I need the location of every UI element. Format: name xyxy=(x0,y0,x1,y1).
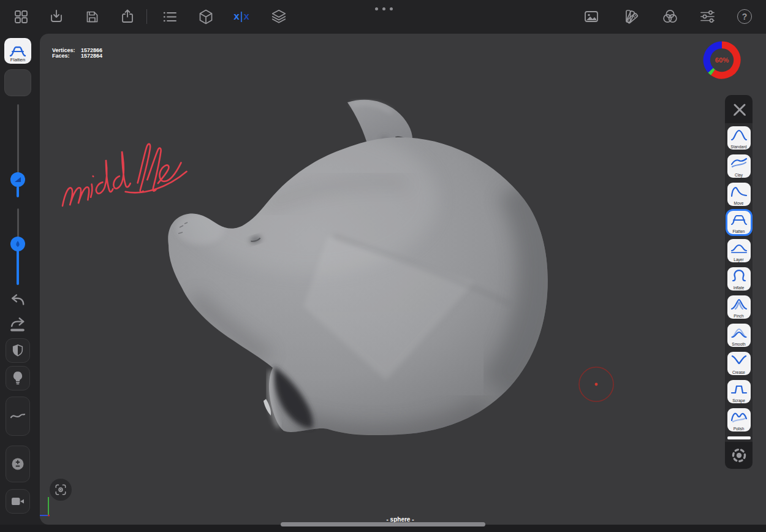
active-tool-label: Flatten xyxy=(10,58,25,63)
brush-clay-icon xyxy=(730,156,748,170)
shield-icon xyxy=(11,343,25,358)
scene-cube-button[interactable] xyxy=(197,7,215,26)
symmetry-icon: x|x xyxy=(233,10,249,23)
layers-button[interactable] xyxy=(270,7,288,26)
masking-button[interactable] xyxy=(6,338,30,363)
progress-percent-label: 60% xyxy=(715,56,729,64)
donut-segment-green xyxy=(711,70,713,72)
dashed-target-icon xyxy=(730,447,748,464)
layers-icon xyxy=(270,8,287,25)
apps-grid-icon xyxy=(13,9,28,24)
brush-inflate[interactable]: Inflate xyxy=(727,267,751,291)
undo-button[interactable] xyxy=(10,293,26,308)
brush-pinch-icon xyxy=(730,297,748,311)
export-button[interactable] xyxy=(118,7,137,26)
brush-pinch[interactable]: Pinch xyxy=(727,295,751,319)
help-button[interactable]: ? xyxy=(735,7,754,26)
stroke-wave-icon xyxy=(9,412,26,420)
apps-grid-button[interactable] xyxy=(12,7,30,26)
help-glyph: ? xyxy=(742,12,748,21)
brush-layer[interactable]: Layer xyxy=(727,239,751,262)
more-options-button[interactable] xyxy=(374,0,393,17)
lighting-button[interactable] xyxy=(6,366,30,390)
symmetry-left-label: x xyxy=(233,10,239,23)
material-swatch[interactable] xyxy=(4,69,31,96)
active-tool-chip[interactable]: Flatten xyxy=(4,38,31,64)
radius-slider-knob[interactable] xyxy=(10,172,25,187)
brush-flatten-icon xyxy=(730,212,748,227)
brush-label: Pinch xyxy=(734,314,743,318)
objects-list-icon xyxy=(162,9,178,25)
save-icon xyxy=(85,9,100,25)
settings-button[interactable] xyxy=(698,7,716,26)
intensity-drop-icon xyxy=(13,240,22,248)
materials-button[interactable] xyxy=(622,7,640,26)
redo-icon xyxy=(9,316,27,333)
brush-next-partial[interactable] xyxy=(727,436,751,439)
import-button[interactable] xyxy=(47,7,66,26)
scene-cube-icon xyxy=(198,9,214,25)
brush-smooth[interactable]: Smooth xyxy=(727,324,751,347)
export-icon xyxy=(119,9,135,25)
dynamic-topology-button[interactable] xyxy=(729,446,749,465)
plus-minus-icon xyxy=(10,457,25,471)
brush-panel-footer xyxy=(725,442,753,469)
brush-crease-icon xyxy=(730,353,748,368)
top-toolbar: x|x ? xyxy=(0,0,766,34)
record-turntable-button[interactable] xyxy=(6,489,30,514)
scribble-path xyxy=(51,111,211,226)
undo-icon xyxy=(10,293,26,308)
more-ellipsis-icon xyxy=(375,7,393,10)
flatten-curve-icon xyxy=(9,44,27,58)
brush-panel-header[interactable] xyxy=(725,95,753,123)
brush-label: Scrape xyxy=(732,398,745,403)
brush-label: Crease xyxy=(732,370,745,374)
radius-ramp-icon xyxy=(13,175,22,184)
brush-crease[interactable]: Crease xyxy=(727,352,751,375)
blend-circles-icon xyxy=(662,9,678,25)
brush-scrape[interactable]: Scrape xyxy=(727,380,751,403)
help-icon: ? xyxy=(737,9,752,24)
brush-move[interactable]: Move xyxy=(727,183,751,206)
brush-layer-icon xyxy=(730,240,748,255)
brush-clay[interactable]: Clay xyxy=(727,154,751,178)
annotation-scribble: middle xyxy=(51,111,211,226)
brush-flatten[interactable]: Flatten xyxy=(727,211,751,234)
brush-polish-icon xyxy=(730,409,748,424)
gallery-button[interactable] xyxy=(582,7,601,26)
brush-panel: Standard Clay Move Flatten Layer Inflate… xyxy=(725,95,753,469)
progress-donut: 60% xyxy=(703,41,741,79)
sculpt-canvas[interactable]: Vertices:1572866 Faces:1572864 60% middl… xyxy=(40,34,766,525)
faces-label: Faces: xyxy=(52,53,81,59)
add-subtract-button[interactable] xyxy=(6,446,30,482)
brush-move-icon xyxy=(730,184,748,199)
objects-list-button[interactable] xyxy=(161,7,179,26)
axis-gizmo xyxy=(40,492,58,523)
brush-list: Standard Clay Move Flatten Layer Inflate… xyxy=(725,123,753,442)
redo-button[interactable] xyxy=(9,316,27,333)
import-icon xyxy=(48,9,64,25)
brush-scrape-icon xyxy=(730,381,748,396)
brush-label: Flatten xyxy=(733,229,745,234)
symmetry-button[interactable]: x|x xyxy=(232,7,251,26)
symmetry-right-label: x xyxy=(243,10,249,23)
stroke-settings-button[interactable] xyxy=(6,397,30,436)
brush-label: Standard xyxy=(730,145,746,149)
faces-value: 1572864 xyxy=(81,53,102,59)
blend-modes-button[interactable] xyxy=(661,7,679,26)
sculpted-head-model[interactable] xyxy=(40,34,766,525)
brush-label: Inflate xyxy=(734,286,745,290)
mesh-stats: Vertices:1572866 Faces:1572864 xyxy=(52,48,102,59)
lightbulb-icon xyxy=(11,370,25,386)
brush-polish[interactable]: Polish xyxy=(727,408,751,431)
symmetry-divider-label: | xyxy=(240,10,243,23)
radius-slider-tail xyxy=(17,186,19,197)
bottom-scroll-indicator[interactable] xyxy=(281,522,485,526)
save-button[interactable] xyxy=(83,7,101,26)
brush-label: Layer xyxy=(734,257,743,262)
brush-inflate-icon xyxy=(730,268,748,283)
brush-label: Smooth xyxy=(732,342,745,346)
brush-standard[interactable]: Standard xyxy=(727,126,751,150)
video-camera-icon xyxy=(10,495,25,507)
intensity-slider-knob[interactable] xyxy=(10,237,25,251)
